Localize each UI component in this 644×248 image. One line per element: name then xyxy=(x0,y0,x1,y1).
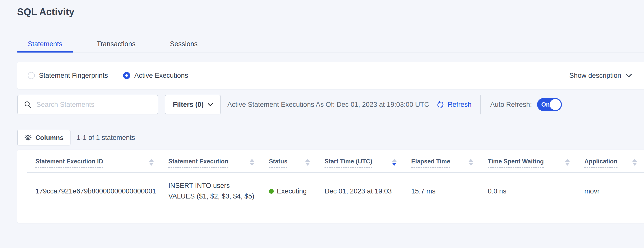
table-header-row: Statement Execution ID Statement Executi… xyxy=(17,150,644,168)
cell-statement[interactable]: INSERT INTO users VALUES ($1, $2, $3, $4… xyxy=(168,181,269,202)
column-label[interactable]: Statement Execution xyxy=(168,158,228,168)
show-description-label: Show description xyxy=(569,72,621,80)
refresh-label: Refresh xyxy=(448,101,472,109)
executing-status-dot-icon xyxy=(269,189,274,194)
column-header-time-spent-waiting[interactable]: Time Spent Waiting xyxy=(488,158,584,168)
column-label[interactable]: Start Time (UTC) xyxy=(325,158,372,168)
radio-label: Active Executions xyxy=(134,72,188,80)
search-box[interactable] xyxy=(17,95,158,114)
search-input[interactable] xyxy=(36,101,152,109)
cell-status: Executing xyxy=(269,187,325,195)
filters-button[interactable]: Filters (0) xyxy=(165,95,221,114)
sort-arrows-icon[interactable] xyxy=(565,159,570,166)
table-row[interactable]: 179cca7921e679b80000000000000001 INSERT … xyxy=(17,173,644,210)
cell-execution-id[interactable]: 179cca7921e679b80000000000000001 xyxy=(35,187,168,195)
table-toolbar: Columns 1-1 of 1 statements xyxy=(17,130,135,145)
sort-arrows-icon[interactable] xyxy=(469,159,473,166)
view-mode-card: Statement Fingerprints Active Executions… xyxy=(17,62,644,89)
columns-button[interactable]: Columns xyxy=(17,130,71,145)
search-icon xyxy=(24,101,32,109)
column-header-start-time[interactable]: Start Time (UTC) xyxy=(325,158,411,168)
statements-table: Statement Execution ID Statement Executi… xyxy=(17,150,644,223)
chevron-down-icon xyxy=(626,74,632,78)
sort-arrows-icon-active-desc[interactable] xyxy=(392,159,397,166)
sort-arrows-icon[interactable] xyxy=(305,159,310,166)
tab-statements[interactable]: Statements xyxy=(17,35,73,53)
cell-elapsed-time: 15.7 ms xyxy=(411,187,488,195)
page-title: SQL Activity xyxy=(17,7,74,17)
cell-application: movr xyxy=(584,187,642,195)
sort-arrows-icon[interactable] xyxy=(632,159,637,166)
view-mode-radio-group: Statement Fingerprints Active Executions xyxy=(28,72,203,80)
statement-text[interactable]: INSERT INTO users VALUES ($1, $2, $3, $4… xyxy=(168,181,256,202)
auto-refresh-label: Auto Refresh: xyxy=(490,101,532,109)
controls-row: Filters (0) Active Statement Executions … xyxy=(17,95,644,114)
tab-bar: Statements Transactions Sessions xyxy=(17,35,208,53)
row-divider xyxy=(27,214,644,214)
show-description-button[interactable]: Show description xyxy=(569,72,632,80)
column-label[interactable]: Statement Execution ID xyxy=(35,158,103,168)
column-label[interactable]: Elapsed Time xyxy=(411,158,450,168)
refresh-icon xyxy=(436,101,445,109)
column-label[interactable]: Application xyxy=(584,158,617,168)
radio-statement-fingerprints[interactable]: Statement Fingerprints xyxy=(28,72,108,80)
gear-icon xyxy=(24,134,32,141)
sort-arrows-icon[interactable] xyxy=(149,159,154,166)
radio-label: Statement Fingerprints xyxy=(39,72,108,80)
refresh-button[interactable]: Refresh xyxy=(436,101,472,109)
cell-time-spent-waiting: 0.0 ns xyxy=(488,187,584,195)
auto-refresh-toggle[interactable]: On xyxy=(537,98,562,111)
column-header-status[interactable]: Status xyxy=(269,158,325,168)
tab-transactions[interactable]: Transactions xyxy=(86,35,146,53)
chevron-down-icon xyxy=(208,103,213,106)
column-header-elapsed-time[interactable]: Elapsed Time xyxy=(411,158,488,168)
cell-start-time: Dec 01, 2023 at 19:03 xyxy=(325,187,411,195)
status-label: Executing xyxy=(277,187,307,195)
radio-unselected-icon[interactable] xyxy=(28,72,35,79)
sort-arrows-icon[interactable] xyxy=(250,159,254,166)
filters-label: Filters (0) xyxy=(173,101,204,109)
columns-label: Columns xyxy=(35,134,63,142)
column-header-statement-execution-id[interactable]: Statement Execution ID xyxy=(35,158,168,168)
results-count: 1-1 of 1 statements xyxy=(77,134,135,142)
toggle-state-label: On xyxy=(541,101,550,108)
tab-sessions[interactable]: Sessions xyxy=(159,35,208,53)
vertical-divider xyxy=(480,95,481,114)
tab-divider xyxy=(17,53,644,53)
column-header-statement-execution[interactable]: Statement Execution xyxy=(168,158,269,168)
column-label[interactable]: Status xyxy=(269,158,287,168)
radio-selected-icon[interactable] xyxy=(123,72,130,79)
toggle-knob xyxy=(550,99,561,110)
column-header-application[interactable]: Application xyxy=(584,158,642,168)
radio-active-executions[interactable]: Active Executions xyxy=(123,72,188,80)
as-of-timestamp: Active Statement Executions As Of: Dec 0… xyxy=(227,101,429,109)
column-label[interactable]: Time Spent Waiting xyxy=(488,158,544,168)
